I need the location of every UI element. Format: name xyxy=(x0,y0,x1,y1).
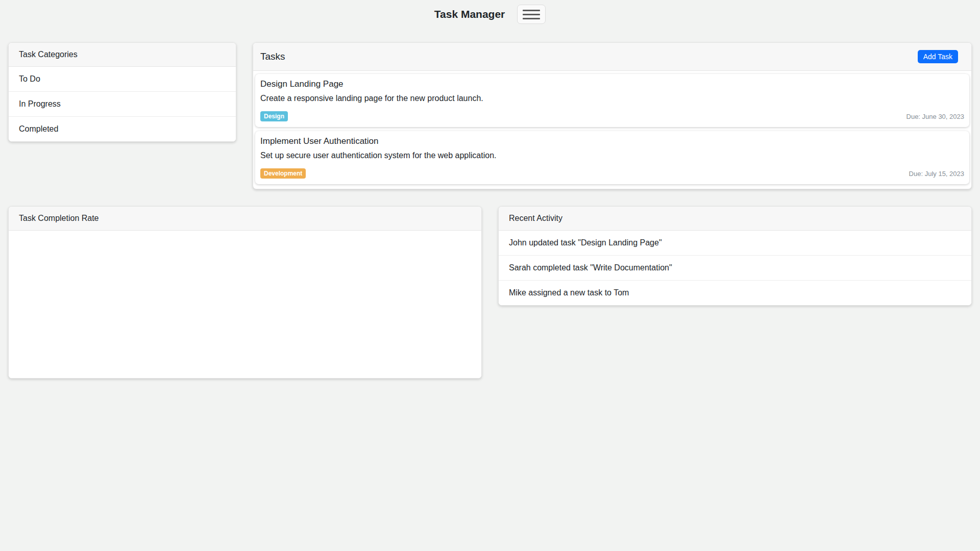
tasks-card: Tasks Add Task Design Landing Page Creat… xyxy=(253,42,972,189)
task-category-badge: Design xyxy=(260,111,288,121)
category-item-todo[interactable]: To Do xyxy=(9,67,236,91)
add-task-button[interactable]: Add Task xyxy=(918,50,958,63)
task-title: Design Landing Page xyxy=(260,79,964,89)
recent-activity-card: Recent Activity John updated task "Desig… xyxy=(498,206,972,306)
tasks-title: Tasks xyxy=(260,49,285,64)
task-card[interactable]: Implement User Authentication Set up sec… xyxy=(255,131,969,184)
task-footer: Design Due: June 30, 2023 xyxy=(260,111,964,121)
task-description: Create a responsive landing page for the… xyxy=(260,93,964,104)
task-completion-rate-header: Task Completion Rate xyxy=(9,207,481,231)
activity-item: John updated task "Design Landing Page" xyxy=(499,231,971,255)
activity-item: Sarah completed task "Write Documentatio… xyxy=(499,255,971,280)
task-description: Set up secure user authentication system… xyxy=(260,151,964,161)
hamburger-icon xyxy=(523,10,540,19)
main-content: Task Categories To Do In Progress Comple… xyxy=(0,42,980,379)
activity-item: Mike assigned a new task to Tom xyxy=(499,280,971,305)
tasks-header: Tasks Add Task xyxy=(253,43,971,71)
recent-activity-header: Recent Activity xyxy=(499,207,971,231)
app-header: Task Manager xyxy=(0,0,980,29)
task-category-badge: Development xyxy=(260,168,306,179)
category-item-completed[interactable]: Completed xyxy=(9,116,236,141)
task-footer: Development Due: July 15, 2023 xyxy=(260,168,964,179)
task-categories-header: Task Categories xyxy=(9,43,236,67)
tasks-list: Design Landing Page Create a responsive … xyxy=(253,71,971,189)
task-categories-card: Task Categories To Do In Progress Comple… xyxy=(8,42,236,142)
menu-toggle-button[interactable] xyxy=(517,5,546,24)
category-item-in-progress[interactable]: In Progress xyxy=(9,91,236,116)
task-card[interactable]: Design Landing Page Create a responsive … xyxy=(255,74,969,127)
task-completion-rate-card: Task Completion Rate xyxy=(8,206,482,379)
task-title: Implement User Authentication xyxy=(260,136,964,146)
app-title: Task Manager xyxy=(434,8,505,20)
task-due-date: Due: July 15, 2023 xyxy=(909,170,964,178)
task-due-date: Due: June 30, 2023 xyxy=(906,113,964,120)
completion-chart-canvas xyxy=(9,231,481,378)
